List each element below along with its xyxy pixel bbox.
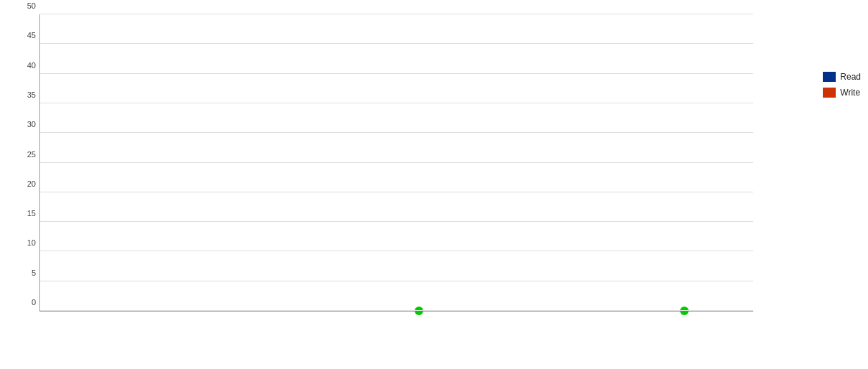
legend-write-label: Write (840, 88, 860, 98)
y-axis-label: 10 (13, 238, 36, 247)
legend-read-color (823, 72, 836, 82)
chart-area: 05101520253035404550 (39, 14, 753, 312)
y-axis-label: 0 (13, 298, 36, 307)
legend-write-color (823, 88, 836, 98)
y-axis-label: 45 (13, 31, 36, 39)
y-axis-label: 25 (13, 150, 36, 159)
y-axis-label: 35 (13, 90, 36, 99)
legend-write: Write (823, 88, 861, 98)
y-axis-label: 5 (13, 268, 36, 277)
chart-container: 05101520253035404550 UyeSee G1HProbox2 E… (0, 0, 868, 369)
dot-marker (680, 307, 689, 315)
y-axis-label: 50 (13, 1, 36, 10)
chart-wrapper: 05101520253035404550 UyeSee G1HProbox2 E… (0, 0, 868, 369)
legend-read: Read (823, 72, 861, 82)
legend: Read Write (823, 72, 861, 98)
y-axis-label: 40 (13, 61, 36, 70)
y-axis-label: 15 (13, 209, 36, 218)
y-axis-label: 20 (13, 179, 36, 188)
y-axis-label: 30 (13, 120, 36, 129)
bars-wrapper (40, 14, 753, 311)
dot-marker (415, 307, 423, 315)
legend-read-label: Read (840, 72, 861, 82)
